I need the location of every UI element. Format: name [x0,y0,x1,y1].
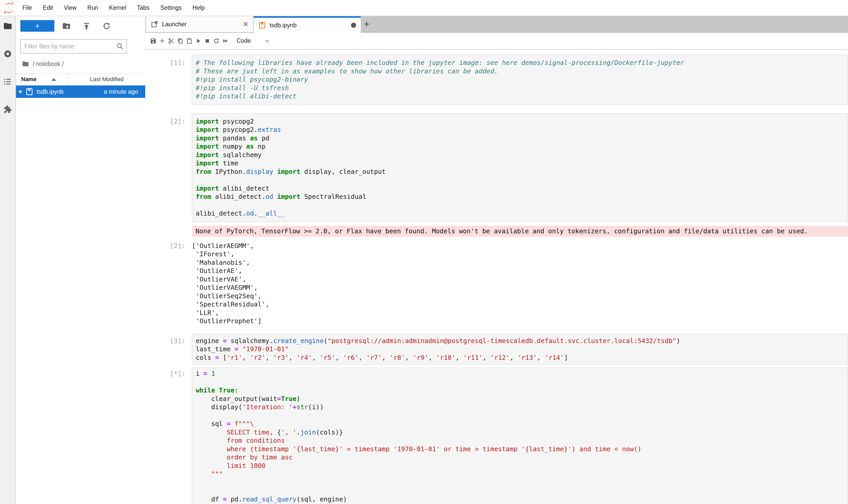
copy-cells-button[interactable] [177,38,184,44]
code-line: # The following libraries have already b… [196,59,847,67]
cut-icon [168,38,175,44]
jupyterlab-window: FileEditViewRunKernelTabsSettingsHelp + [0,0,848,504]
file-row-tsdb.ipynb[interactable]: tsdb.ipynba minute ago [16,86,145,98]
menu-item-tabs[interactable]: Tabs [131,0,155,16]
menu-item-settings[interactable]: Settings [155,0,187,16]
output-line: 'IForest', [192,250,848,258]
run-all-icon [222,38,229,44]
menu-items: FileEditViewRunKernelTabsSettingsHelp [17,0,210,16]
interrupt-kernel-button[interactable] [204,38,211,44]
restart-kernel-button[interactable] [213,38,220,44]
file-listing: tsdb.ipynba minute ago [16,86,145,504]
restart-run-all-button[interactable] [222,38,229,44]
refresh-icon [102,22,111,30]
activity-bar [0,16,16,504]
code-cell: [2]:import psycopg2import psycopg2.extra… [145,113,848,222]
file-list-header: Name Last Modified [16,73,145,86]
menu-item-edit[interactable]: Edit [37,0,58,16]
cell-prompt: [3]: [145,334,192,365]
menu-item-file[interactable]: File [17,0,37,16]
execute-result-output: [2]:['OutlierAEGMM', 'IForest', 'Mahalan… [145,242,848,325]
run-cell-button[interactable] [195,38,202,44]
paste-icon [186,38,193,44]
code-line: import psycopg2 [196,118,847,126]
cell-prompt: [2]: [145,113,192,222]
code-line: SELECT time, {', '.join(cols)} [196,428,847,437]
new-launcher-button[interactable]: + [20,20,54,32]
output-text: ['OutlierAEGMM', 'IForest', 'Mahalanobis… [192,242,848,325]
breadcrumb-path: / notebook / [33,60,64,68]
code-line: from conditions [196,436,847,445]
tab-launcher[interactable]: Launcher ✕ [146,16,254,32]
file-browser-panel: + [16,16,145,504]
code-line: import numpy as np [196,142,847,151]
code-line: while True: [196,386,847,395]
output-line: 'OutlierVAEGMM', [192,284,848,292]
output-line: 'OutlierAE', [192,267,848,275]
file-dirty-dot-icon [19,90,22,93]
code-line: from alibi_detect.od import SpectralResi… [196,193,847,201]
code-line: # These are just left in as examples to … [196,67,847,76]
cell-editor[interactable]: engine = sqlalchemy.create_engine("postg… [192,334,848,365]
paste-cells-button[interactable] [186,38,193,44]
refresh-button[interactable] [102,22,111,30]
running-sessions-icon[interactable] [3,49,12,58]
filter-files-input[interactable] [24,43,116,50]
code-line [196,487,847,495]
unsaved-changes-dot-icon[interactable] [351,23,356,28]
column-header-last-modified[interactable]: Last Modified [68,73,145,86]
folder-icon[interactable] [3,21,12,31]
code-cell: [1]:# The following libraries have alrea… [145,55,848,105]
cell-editor[interactable]: i = 1 while True: clear_output(wait=True… [192,367,848,504]
tab-bar: Launcher ✕ tsdb.ipynb + [145,16,848,33]
menu-item-help[interactable]: Help [187,0,210,16]
cell-prompt: [2]: [145,242,192,325]
output-line: ['OutlierAEGMM', [192,242,848,250]
table-of-contents-icon[interactable] [3,77,12,86]
add-tab-button[interactable]: + [361,16,373,32]
stop-icon [204,38,211,44]
new-folder-button[interactable] [62,22,71,30]
file-browser-toolbar: + [16,20,145,32]
cell-prompt [145,226,192,237]
menu-bar: FileEditViewRunKernelTabsSettingsHelp [0,0,848,16]
code-line: import sqlalchemy [196,151,847,159]
code-line: display('Iteration: '+str(i)) [196,403,847,412]
cell-prompt: [*]: [145,367,192,504]
breadcrumb[interactable]: / notebook / [16,60,145,68]
tab-notebook-tsdb[interactable]: tsdb.ipynb [254,16,361,33]
menu-item-kernel[interactable]: Kernel [104,0,131,16]
restart-kernel-icon [213,38,220,44]
column-header-name[interactable]: Name [16,76,68,83]
menu-item-run[interactable]: Run [82,0,104,16]
sort-ascending-icon [52,78,56,81]
filter-files-box [20,39,127,54]
code-line: last_time = "1970-01-01" [196,345,847,354]
code-line [196,412,847,420]
upload-button[interactable] [82,22,91,30]
save-icon [150,38,157,44]
menu-item-view[interactable]: View [58,0,82,16]
code-cell: [*]:i = 1 while True: clear_output(wait=… [145,367,848,504]
insert-cell-button[interactable] [159,38,166,44]
close-tab-icon[interactable]: ✕ [243,20,249,28]
code-line: i = 1 [196,370,847,378]
code-line: limit 1000 [196,462,847,470]
cell-type-dropdown[interactable]: Code [237,37,251,44]
save-button[interactable] [150,38,157,44]
extensions-puzzle-icon[interactable] [3,105,12,114]
code-line: #!pip install alibi-detect [196,92,847,101]
code-line [196,378,847,386]
code-line [196,479,847,487]
cell-editor[interactable]: # The following libraries have already b… [192,55,848,105]
file-name: tsdb.ipynb [37,88,64,95]
code-line: import time [196,159,847,168]
cell-editor[interactable]: import psycopg2import psycopg2.extrasimp… [192,113,848,222]
code-line: #!pip install -U tsfresh [196,84,847,92]
cut-cells-button[interactable] [168,38,175,44]
code-line: clear_output(wait=True) [196,395,847,403]
upload-icon [82,22,91,30]
output-line: 'SpectralResidual', [192,300,848,309]
cell-prompt: [1]: [145,55,192,105]
chevron-down-icon [264,38,270,44]
